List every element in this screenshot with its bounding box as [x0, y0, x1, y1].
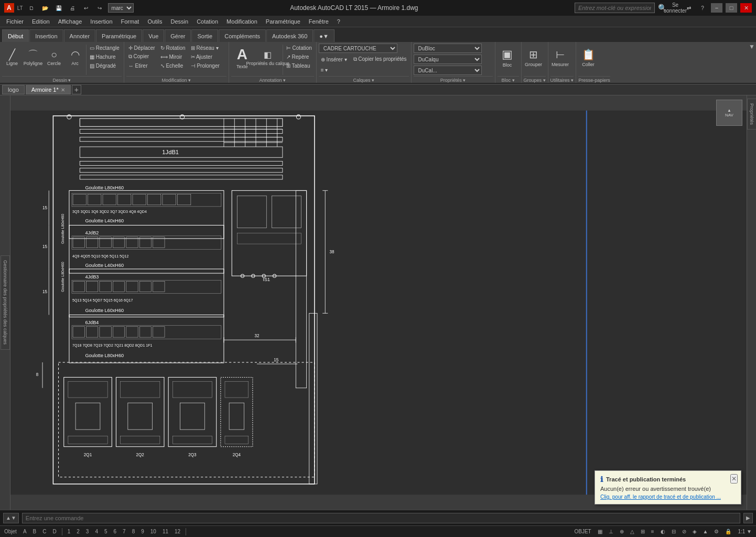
mesurer-btn[interactable]: ⊢ Mesurer	[550, 44, 570, 72]
etirer-btn[interactable]: ↔ Etirer	[126, 61, 157, 70]
grouper-btn[interactable]: ⊞ Grouper	[524, 44, 544, 72]
status-d[interactable]: D	[50, 527, 58, 536]
bloc-tools-btn[interactable]: ▣ Bloc	[498, 44, 517, 72]
status-a[interactable]: A	[21, 527, 29, 536]
dim-btn[interactable]: ⊢ Cotation	[284, 44, 314, 52]
copier-btn[interactable]: ⧉ Copier	[126, 52, 157, 61]
menu-fichier[interactable]: Fichier	[2, 17, 28, 26]
tab-debut[interactable]: Début	[2, 29, 29, 42]
status-5[interactable]: 5	[102, 527, 110, 536]
tab-vue[interactable]: Vue	[143, 29, 164, 42]
texte-btn[interactable]: A Texte	[231, 44, 253, 72]
menu-edition[interactable]: Edition	[28, 17, 54, 26]
status-objet-mode[interactable]: OBJET	[572, 527, 593, 536]
status-3[interactable]: 3	[84, 527, 91, 536]
notification-link[interactable]: Clig. pour aff. le rapport de tracé et d…	[600, 494, 736, 500]
minimize-btn[interactable]: −	[711, 3, 722, 13]
status-4[interactable]: 4	[93, 527, 100, 536]
redo-btn[interactable]: ↪	[94, 3, 105, 13]
ribbon-expand-btn[interactable]: ▼	[749, 43, 755, 50]
status-b[interactable]: B	[31, 527, 39, 536]
status-ortho[interactable]: ⊥	[607, 527, 615, 536]
status-anno-scale[interactable]: ▲	[701, 527, 710, 536]
status-10[interactable]: 10	[148, 527, 158, 536]
menu-cotation[interactable]: Cotation	[192, 17, 222, 26]
prolonger-btn[interactable]: ⊣ Prolonger	[189, 61, 222, 70]
status-11[interactable]: 11	[160, 527, 170, 536]
menu-dessin[interactable]: Dessin	[167, 17, 193, 26]
ligne-btn[interactable]: ╱ Ligne	[2, 44, 22, 72]
status-6[interactable]: 6	[112, 527, 119, 536]
status-objet[interactable]: Objet	[2, 527, 19, 536]
status-grid[interactable]: ▦	[596, 527, 604, 536]
menu-modification[interactable]: Modification	[222, 17, 262, 26]
status-7[interactable]: 7	[121, 527, 128, 536]
echelle-btn[interactable]: ⤡ Echelle	[158, 61, 188, 70]
add-tab-btn[interactable]: +	[72, 85, 81, 94]
status-lineweight[interactable]: ≡	[649, 527, 656, 536]
tab-sortie[interactable]: Sortie	[191, 29, 218, 42]
tab-gerer[interactable]: Gérer	[165, 29, 191, 42]
tab-armoire1[interactable]: Armoire 1* ✕	[26, 85, 71, 94]
command-input[interactable]	[22, 513, 740, 523]
navcube[interactable]: ▲ NAV	[716, 100, 742, 126]
save-btn[interactable]: 💾	[53, 3, 64, 13]
tab-annoter[interactable]: Annoter	[64, 29, 96, 42]
table-btn[interactable]: ⊞ Tableau	[284, 61, 314, 70]
copier-props-btn[interactable]: ⧉ Copier les propriétés	[351, 55, 409, 63]
layer-dropdown[interactable]: CADRE CARTOUCHE	[319, 44, 397, 53]
status-sel-cycle[interactable]: ⊘	[680, 527, 688, 536]
undo-btn[interactable]: ↩	[81, 3, 91, 13]
arc-btn[interactable]: ◠ Arc	[65, 44, 85, 72]
calque-props-btn[interactable]: ◧ Propriétés du calque	[254, 44, 282, 72]
menu-format[interactable]: Format	[117, 17, 144, 26]
status-qprop[interactable]: ⊟	[669, 527, 678, 536]
connect-btn[interactable]: Se connecter	[670, 3, 681, 13]
status-dyn[interactable]: ⊞	[639, 527, 647, 536]
status-8[interactable]: 8	[130, 527, 137, 536]
status-2[interactable]: 2	[74, 527, 82, 536]
status-transparency[interactable]: ◐	[658, 527, 667, 536]
open-btn[interactable]: 📂	[40, 3, 50, 13]
close-btn[interactable]: ✕	[740, 3, 752, 13]
tab-logo[interactable]: logo	[2, 85, 25, 94]
status-polar[interactable]: ⊕	[618, 527, 626, 536]
miroir-btn[interactable]: ⟺ Miroir	[158, 52, 188, 61]
status-12[interactable]: 12	[172, 527, 182, 536]
cercle-btn[interactable]: ○ Cercle	[44, 44, 64, 72]
layer-more-btn[interactable]: ≡ ▾	[319, 66, 330, 74]
linetype-dropdown[interactable]: DuCalqu	[414, 55, 482, 64]
leader-btn[interactable]: ↗ Repère	[284, 52, 314, 61]
tab-autodesk360[interactable]: Autodesk 360	[266, 29, 313, 42]
status-c[interactable]: C	[40, 527, 48, 536]
tab-insertion[interactable]: Insertion	[29, 29, 63, 42]
gradient-btn[interactable]: ▨ Dégradé	[88, 61, 122, 70]
status-osnap[interactable]: △	[628, 527, 636, 536]
deplacer-btn[interactable]: ✛ Déplacer	[126, 44, 157, 52]
tab-parametrique[interactable]: Paramétrique	[96, 29, 142, 42]
color-dropdown[interactable]: DuBloc	[414, 44, 482, 53]
status-1[interactable]: 1	[66, 527, 73, 536]
cmd-nav-btn[interactable]: ▶	[743, 513, 753, 523]
polyligne-btn[interactable]: ⌒ Polyligne	[23, 44, 43, 72]
new-btn[interactable]: 🗋	[26, 3, 37, 13]
tab-close-armoire1[interactable]: ✕	[61, 87, 65, 93]
drawing-area[interactable]: 1JdB1 Goulotte L80xH60 3Q5 3QD1	[10, 95, 747, 510]
tab-more[interactable]: ●▼	[314, 29, 334, 42]
coller-btn[interactable]: 📋 Coller	[578, 44, 598, 72]
status-workspace[interactable]: ⚙	[712, 527, 721, 536]
sidebar-calques[interactable]: Gestionnaire des propriétés des calques	[1, 255, 10, 349]
menu-outils[interactable]: Outils	[143, 17, 166, 26]
lineweight-dropdown[interactable]: DuCal...	[414, 66, 482, 75]
help-btn[interactable]: ?	[697, 3, 708, 13]
notification-close-btn[interactable]: ✕	[730, 474, 738, 484]
menu-aide[interactable]: ?	[333, 17, 344, 26]
rotation-btn[interactable]: ↻ Rotation	[158, 44, 188, 52]
rect-btn[interactable]: ▭ Rectangle	[88, 44, 122, 52]
menu-fenetre[interactable]: Fenêtre	[305, 17, 333, 26]
exchange-btn[interactable]: ⇄	[684, 3, 694, 13]
status-lock[interactable]: 🔒	[723, 527, 733, 536]
search-input[interactable]	[575, 3, 655, 13]
print-btn[interactable]: 🖨	[67, 3, 78, 13]
status-3d-osnap[interactable]: ◈	[690, 527, 699, 536]
